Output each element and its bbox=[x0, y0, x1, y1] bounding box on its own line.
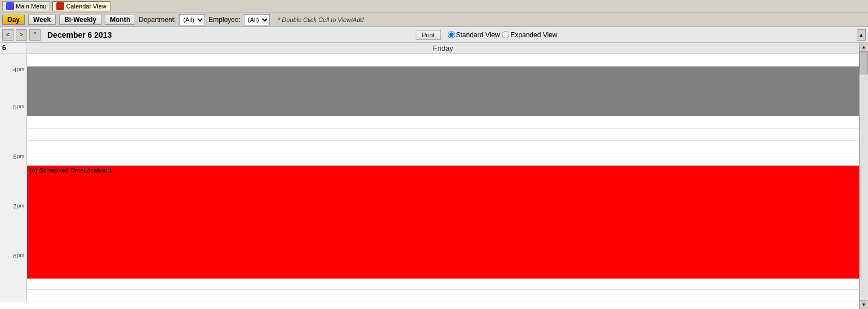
expanded-view-label[interactable]: Expanded View bbox=[502, 31, 557, 39]
time-label-empty-4 bbox=[0, 116, 26, 129]
expanded-view-text: Expanded View bbox=[510, 31, 557, 39]
calendar-icon bbox=[56, 2, 64, 10]
time-label-empty-15 bbox=[0, 290, 26, 302]
period-5: pm bbox=[17, 104, 24, 109]
main-menu-label: Main Menu bbox=[16, 3, 46, 10]
calendar-view-tab[interactable]: Calendar View bbox=[52, 1, 110, 11]
day-number: 6 bbox=[0, 43, 27, 54]
scroll-thumb[interactable] bbox=[860, 52, 868, 74]
day-name: Friday bbox=[27, 43, 859, 54]
standard-view-radio[interactable] bbox=[448, 31, 455, 38]
time-label-empty-10 bbox=[0, 215, 26, 228]
toolbar: Day Week Bi-Weekly Month Department: (Al… bbox=[0, 12, 868, 27]
standard-view-text: Standard View bbox=[456, 31, 500, 39]
slot-row-6[interactable] bbox=[27, 129, 859, 141]
time-label-8pm: 8 pm bbox=[0, 253, 26, 265]
biweekly-view-button[interactable]: Bi-Weekly bbox=[59, 15, 101, 25]
time-label-empty-13 bbox=[0, 265, 26, 277]
calendar-view-label: Calendar View bbox=[66, 3, 106, 10]
time-label-6pm: 6 pm bbox=[0, 153, 26, 166]
time-label-empty-5 bbox=[0, 129, 26, 141]
double-click-hint: * Double Click Cell to View/Add bbox=[278, 16, 364, 23]
time-label-empty-3 bbox=[0, 91, 26, 104]
day-header: 6 Friday bbox=[0, 43, 859, 54]
period-7: pm bbox=[17, 203, 24, 209]
gray-event-block[interactable] bbox=[27, 67, 859, 116]
main-menu-tab[interactable]: Main Menu bbox=[2, 1, 50, 11]
time-label-5pm: 5 pm bbox=[0, 104, 26, 116]
scroll-down-arrow[interactable]: ▼ bbox=[860, 300, 868, 309]
time-label-empty-1 bbox=[0, 54, 26, 67]
day-view-button[interactable]: Day bbox=[2, 15, 25, 25]
slot-row-18[interactable] bbox=[27, 277, 859, 290]
standard-view-label[interactable]: Standard View bbox=[448, 31, 500, 39]
time-label-empty-14 bbox=[0, 277, 26, 290]
slot-row-8[interactable] bbox=[27, 153, 859, 166]
next-button[interactable]: > bbox=[16, 29, 27, 41]
main-menu-icon bbox=[6, 2, 14, 10]
time-label-empty-8 bbox=[0, 178, 26, 191]
time-label-7pm: 7 pm bbox=[0, 203, 26, 215]
expanded-view-radio[interactable] bbox=[502, 31, 509, 38]
print-button[interactable]: Print bbox=[416, 30, 441, 40]
scrollbar[interactable]: ▲ ▼ bbox=[859, 43, 868, 309]
period-6: pm bbox=[17, 153, 24, 159]
scroll-up-arrow[interactable]: ▲ bbox=[860, 43, 868, 52]
department-select[interactable]: (All) bbox=[179, 14, 205, 25]
time-labels-column: 4 pm 5 pm 6 pm 7 pm 8 pm bbox=[0, 54, 27, 302]
time-label-4pm: 4 pm bbox=[0, 67, 26, 79]
prev-button[interactable]: < bbox=[2, 29, 14, 41]
calendar-area: 6 Friday 4 pm 5 pm 6 pm bbox=[0, 43, 859, 309]
red-event-block[interactable]: (A) Scheduled TimeLocation 1 bbox=[27, 166, 859, 279]
calendar-body: 6 Friday 4 pm 5 pm 6 pm bbox=[0, 43, 868, 309]
time-grid: 4 pm 5 pm 6 pm 7 pm 8 pm bbox=[0, 54, 859, 302]
time-label-empty-11 bbox=[0, 228, 26, 240]
title-bar: Main Menu Calendar View bbox=[0, 0, 868, 12]
employee-label: Employee: bbox=[208, 16, 241, 24]
up-button[interactable]: ^ bbox=[29, 29, 41, 41]
time-label-empty-2 bbox=[0, 79, 26, 91]
slot-row-5[interactable] bbox=[27, 116, 859, 129]
time-label-empty-9 bbox=[0, 191, 26, 203]
scroll-track[interactable] bbox=[860, 52, 868, 300]
month-view-button[interactable]: Month bbox=[105, 15, 135, 25]
employee-select[interactable]: (All) bbox=[244, 14, 270, 25]
period-4: pm bbox=[17, 67, 24, 72]
slot-row-19[interactable] bbox=[27, 290, 859, 302]
week-view-button[interactable]: Week bbox=[28, 15, 56, 25]
red-event-label: (A) Scheduled TimeLocation 1 bbox=[27, 166, 859, 175]
department-label: Department: bbox=[139, 16, 176, 24]
date-title: December 6 2013 bbox=[47, 30, 112, 39]
nav-bar: < > ^ December 6 2013 Print Standard Vie… bbox=[0, 27, 868, 43]
scroll-up-button[interactable]: ▲ bbox=[857, 29, 866, 41]
slot-row-0[interactable] bbox=[27, 54, 859, 67]
view-radio-group: Standard View Expanded View bbox=[448, 31, 558, 39]
time-label-empty-12 bbox=[0, 240, 26, 253]
time-label-empty-7 bbox=[0, 166, 26, 178]
slot-row-7[interactable] bbox=[27, 141, 859, 153]
time-label-empty-6 bbox=[0, 141, 26, 153]
period-8: pm bbox=[17, 253, 24, 258]
event-area[interactable]: (A) Scheduled TimeLocation 1 bbox=[27, 54, 859, 302]
